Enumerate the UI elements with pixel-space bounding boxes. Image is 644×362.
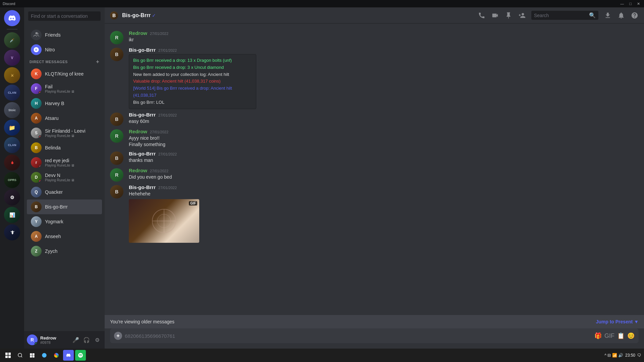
svg-rect-10 <box>30 353 32 355</box>
dm-item-klqt[interactable]: K KLQT/King of kree <box>27 66 102 81</box>
dm-item-friends[interactable]: Friends <box>27 28 102 42</box>
message-author-bis-4: Bis-go-Brrr <box>129 184 156 190</box>
message-header-bis-1: Bis-go-Brrr 27/01/2022 <box>129 47 639 53</box>
message-avatar-redrow-2: R <box>110 129 123 143</box>
add-friend-button[interactable] <box>518 11 526 19</box>
dm-item-quacker[interactable]: Q Quacker <box>27 185 102 199</box>
fail-status-dot <box>39 91 42 94</box>
new-dm-button[interactable]: + <box>96 59 99 64</box>
attach-button[interactable]: + <box>114 332 122 340</box>
dm-item-nitro[interactable]: Nitro <box>27 42 102 57</box>
devvn-status-dot <box>39 180 42 183</box>
dm-avatar-redeye: r <box>31 157 42 168</box>
server-icon-green2[interactable]: 📊 <box>4 207 20 223</box>
server-icon-clan2[interactable]: CLAN <box>4 137 20 153</box>
dm-item-bisgobrrr[interactable]: B Bis-go-Brrr <box>27 199 102 214</box>
message-header-bis-4: Bis-go-Brrr 27/01/2022 <box>129 184 639 190</box>
dm-name-belinda: Belinda <box>45 145 99 150</box>
dm-avatar-harvey: H <box>31 98 42 109</box>
server-icon-1[interactable]: 🗡️ <box>4 32 20 48</box>
pin-button[interactable] <box>504 11 513 19</box>
gif-container[interactable]: GIF <box>129 199 199 243</box>
server-icon-clan1[interactable]: CLAN <box>4 85 20 101</box>
message-text-bis-2: easy 60m <box>129 118 639 125</box>
server-icon-2[interactable]: V <box>4 50 20 66</box>
dm-avatar-bisgobrrr: B <box>31 201 42 212</box>
sticker-button[interactable]: 📋 <box>617 332 625 340</box>
dm-item-harvey[interactable]: H Harvey B <box>27 96 102 111</box>
dm-item-anseeh[interactable]: A Anseeh <box>27 229 102 244</box>
user-status-dot <box>35 342 38 345</box>
titlebar-title: Discord <box>3 2 15 6</box>
emoji-button[interactable]: 😊 <box>627 332 635 340</box>
discord-taskbar[interactable] <box>63 350 74 361</box>
dm-name-bisgobrrr: Bis-go-Brrr <box>45 204 99 210</box>
call-button[interactable] <box>478 11 486 19</box>
close-button[interactable]: ✕ <box>636 2 641 6</box>
chrome-taskbar[interactable] <box>51 350 62 361</box>
settings-button[interactable]: ⚙ <box>93 335 102 345</box>
start-button[interactable] <box>3 350 13 361</box>
search-input[interactable] <box>28 11 101 21</box>
dm-info-redeye: red eye jedi Playing RuneLite 🖥 <box>45 158 99 167</box>
server-icon-folder[interactable]: 📁 <box>4 120 20 136</box>
svg-line-9 <box>21 356 22 357</box>
server-icon-dark[interactable]: 🩸 <box>4 154 20 171</box>
notification-icon[interactable]: 🗨 <box>637 353 641 358</box>
task-view-button[interactable] <box>27 350 38 361</box>
svg-rect-13 <box>33 356 35 358</box>
drop-notification-box: Bis go Brrr received a drop: 13 x Dragon… <box>129 54 256 109</box>
server-icon-oprs[interactable]: OPRS <box>4 172 20 188</box>
help-button[interactable] <box>631 11 639 19</box>
drop-line-3: New item added to your collection log: A… <box>133 71 252 78</box>
server-icon-stoic[interactable]: Stoic <box>4 102 20 118</box>
server-icon-blue1[interactable]: 🗡 <box>4 224 20 240</box>
message-input[interactable] <box>125 330 592 342</box>
gif-button[interactable]: GIF <box>604 332 614 340</box>
dm-item-yogmark[interactable]: Y Yogmark <box>27 214 102 229</box>
mute-button[interactable]: 🎤 <box>71 335 80 345</box>
download-button[interactable] <box>604 11 612 19</box>
dm-item-zyych[interactable]: Z Zyych <box>27 244 102 259</box>
message-time-bis-4: 27/01/2022 <box>158 186 177 190</box>
jump-to-present-button[interactable]: Jump to Present ▼ <box>596 319 639 324</box>
message-avatar-bis-3: B <box>110 151 123 165</box>
spotify-taskbar[interactable] <box>75 350 86 361</box>
chat-area: B Bis-go-Brrr ✓ <box>105 7 644 349</box>
dm-item-devvn[interactable]: D Devv N Playing RuneLite 🖥 <box>27 170 102 185</box>
message-content-bis-2: Bis-go-Brrr 27/01/2022 easy 60m <box>129 112 639 126</box>
message-group-redrow-2: R Redrow 27/01/2022 Ayyy nice bro!! Fina… <box>105 127 644 149</box>
deafen-button[interactable]: 🎧 <box>82 335 91 345</box>
dm-item-redeye[interactable]: r red eye jedi Playing RuneLite 🖥 <box>27 155 102 170</box>
edge-taskbar[interactable] <box>39 350 50 361</box>
minimize-button[interactable]: — <box>619 2 625 6</box>
maximize-button[interactable]: □ <box>628 2 633 6</box>
search-taskbar-button[interactable] <box>15 350 25 361</box>
taskbar: ^ ⊟ 📶 🔊 23:50 🗨 <box>0 349 644 362</box>
video-button[interactable] <box>491 11 499 19</box>
dm-item-atsaru[interactable]: A Atsaru <box>27 111 102 126</box>
message-header-redrow-1: Redrow 27/01/2022 <box>129 30 639 36</box>
friends-info: Friends <box>45 32 99 38</box>
server-icon-discord-home[interactable] <box>4 10 20 26</box>
chat-header-right: 🔍 <box>478 11 639 20</box>
drop-line-6: Bis go Brrr: LOL <box>133 99 252 106</box>
message-header-bis-2: Bis-go-Brrr 27/01/2022 <box>129 112 639 118</box>
chat-search-input[interactable] <box>534 13 587 18</box>
dm-info-quacker: Quacker <box>45 189 99 195</box>
sirfin-status-dot <box>39 135 42 138</box>
server-icon-warrior[interactable]: ⚙ <box>4 189 20 206</box>
message-time-redrow-3: 27/01/2022 <box>150 169 168 173</box>
server-icon-3[interactable]: ⚔ <box>4 67 20 83</box>
message-text-redrow-1: ikr <box>129 37 639 43</box>
dm-item-sirfin[interactable]: S Sir Finlandd - Leevi Playing RuneLite … <box>27 126 102 140</box>
gift-button[interactable]: 🎁 <box>594 332 602 340</box>
dm-status-devvn: Playing RuneLite 🖥 <box>45 178 99 182</box>
dm-item-belinda[interactable]: B Belinda <box>27 140 102 155</box>
dm-avatar-anseeh: A <box>31 231 42 242</box>
message-input-box: + 🎁 GIF 📋 😊 <box>110 328 639 343</box>
dm-item-fail[interactable]: F Fail Playing RuneLite 🖥 <box>27 81 102 96</box>
chat-search-box[interactable]: 🔍 <box>531 11 598 20</box>
inbox-button[interactable] <box>617 11 625 19</box>
message-text-bis-3: thanks man <box>129 157 639 164</box>
